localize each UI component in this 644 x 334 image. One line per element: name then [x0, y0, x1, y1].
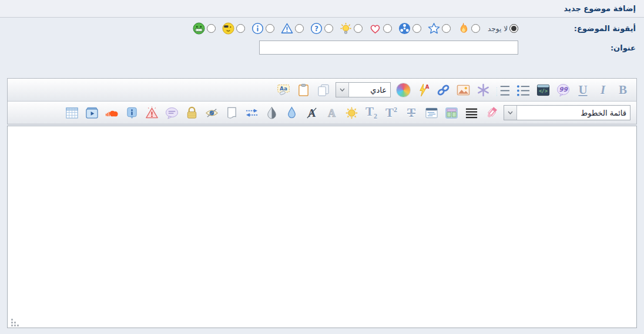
video-button[interactable]	[82, 103, 101, 122]
topic-icon-option-radioactive[interactable]	[398, 22, 421, 35]
asterisk-icon	[477, 83, 490, 97]
topic-icon-option-exclamation[interactable]	[281, 22, 304, 35]
exclamation-icon	[281, 22, 293, 35]
auto-color-button[interactable]: A	[414, 80, 432, 99]
resize-grip-icon[interactable]	[11, 318, 19, 325]
topic-icon-radio-heart[interactable]	[383, 24, 392, 33]
strikethrough-icon: T	[407, 107, 415, 119]
topic-icon-radio-none[interactable]	[509, 24, 518, 33]
layout-table-icon	[445, 106, 458, 120]
page-button[interactable]	[222, 103, 241, 122]
topic-icon-radio-exclamation[interactable]	[295, 24, 304, 33]
topic-icon-option-flame[interactable]	[457, 22, 480, 35]
window-note-button[interactable]	[422, 103, 441, 122]
letter-gray-button[interactable]: A	[322, 103, 341, 122]
svg-text:A: A	[327, 107, 335, 119]
eye-slash-button[interactable]	[202, 103, 221, 122]
highlighter-button[interactable]	[482, 103, 501, 122]
bullet-list-button[interactable]	[514, 80, 532, 99]
quote-icon: 99	[556, 83, 570, 97]
topic-icon-label: أيقونة الموضوع:	[518, 24, 636, 33]
copy-button[interactable]	[314, 80, 333, 99]
topic-icon-option-info[interactable]	[251, 22, 274, 35]
svg-text:99: 99	[559, 86, 568, 93]
topic-icon-radio-lightbulb[interactable]	[354, 24, 363, 33]
numbered-list-icon: 123	[497, 83, 510, 97]
topic-icon-option-none[interactable]: لا يوجد	[487, 24, 518, 33]
superscript-button[interactable]: T2	[382, 103, 401, 122]
subscript-button[interactable]: T2	[362, 103, 381, 122]
topic-icon-option-question[interactable]: ?	[310, 22, 333, 35]
paste-button[interactable]	[294, 80, 313, 99]
droplet-button[interactable]	[282, 103, 301, 122]
letter-slash-icon: A	[305, 106, 318, 120]
svg-text:?: ?	[314, 25, 318, 33]
title-control	[8, 41, 518, 55]
topic-icon-radio-question[interactable]	[324, 24, 333, 33]
topic-icon-option-cool-smiley[interactable]	[222, 22, 245, 35]
grin-smiley-icon	[193, 22, 205, 35]
remove-format-icon: Aa	[277, 83, 290, 97]
info-box-button[interactable]	[122, 103, 141, 122]
topic-icon-option-heart[interactable]	[369, 22, 392, 35]
topic-icon-option-star[interactable]	[428, 22, 451, 35]
color-wheel-button[interactable]	[394, 80, 412, 99]
swap-arrows-button[interactable]	[242, 103, 261, 122]
comment-button[interactable]	[162, 103, 181, 122]
topic-icon-radio-star[interactable]	[442, 24, 451, 33]
asterisk-button[interactable]	[474, 80, 492, 99]
topic-icon-radio-radioactive[interactable]	[412, 24, 421, 33]
numbered-list-button[interactable]: 123	[494, 80, 512, 99]
strikethrough-button[interactable]: T	[402, 103, 421, 122]
remove-format-button[interactable]: Aa	[274, 80, 293, 99]
title-row: عنوان:	[0, 38, 644, 59]
bold-button[interactable]: B	[613, 80, 632, 99]
contrast-button[interactable]	[262, 103, 281, 122]
font-select[interactable]: قائمة الخطوط	[504, 105, 630, 120]
chevron-down-icon	[504, 106, 517, 120]
topic-icon-option-lightbulb[interactable]	[340, 22, 363, 35]
copy-icon	[317, 83, 330, 97]
letter-slash-button[interactable]: A	[302, 103, 321, 122]
lock-button[interactable]	[182, 103, 201, 122]
sun-button[interactable]	[342, 103, 361, 122]
title-input[interactable]	[259, 41, 518, 55]
alert-button[interactable]	[142, 103, 161, 122]
editor-toolbar: BIU99</>123AعاديAa قائمة الخطوطTT2T2AA	[7, 78, 637, 124]
table-button[interactable]	[62, 103, 81, 122]
editor-area	[7, 126, 637, 328]
droplet-icon	[285, 106, 298, 120]
topic-icon-radio-grin-smiley[interactable]	[207, 24, 216, 33]
swap-arrows-icon	[245, 106, 259, 120]
editor-body[interactable]	[8, 126, 636, 328]
italic-button[interactable]: I	[593, 80, 612, 99]
underline-button[interactable]: U	[573, 80, 592, 99]
svg-text:A: A	[425, 83, 429, 89]
heart-icon	[369, 22, 381, 35]
align-button[interactable]	[462, 103, 481, 122]
link-button[interactable]	[434, 80, 452, 99]
topic-icon-radio-info[interactable]	[266, 24, 274, 33]
quote-button[interactable]: 99	[554, 80, 572, 99]
topic-icon-option-grin-smiley[interactable]	[193, 22, 216, 35]
svg-text:Aa: Aa	[280, 86, 287, 92]
code-button[interactable]: </>	[534, 80, 552, 99]
auto-color-icon: A	[417, 83, 430, 97]
topic-icon-row: أيقونة الموضوع: لا يوجد?	[0, 18, 644, 38]
cool-smiley-icon	[222, 22, 234, 35]
no-icon-label: لا يوجد	[488, 25, 508, 33]
topic-icon-radio-flame[interactable]	[471, 24, 480, 33]
soundcloud-button[interactable]	[102, 103, 121, 122]
font-select-value: قائمة الخطوط	[517, 106, 630, 120]
image-button[interactable]	[454, 80, 472, 99]
code-icon: </>	[536, 83, 550, 97]
layout-table-button[interactable]	[442, 103, 461, 122]
highlighter-icon	[485, 106, 498, 120]
lightbulb-icon	[340, 22, 352, 35]
paragraph-style-select[interactable]: عادي	[336, 82, 391, 97]
toolbar-row-1: BIU99</>123AعاديAa	[8, 79, 636, 102]
toolbar-row-2: قائمة الخطوطTT2T2AA	[8, 102, 636, 124]
topic-icon-radio-cool-smiley[interactable]	[236, 24, 245, 33]
link-icon	[437, 83, 450, 97]
image-icon	[457, 83, 470, 97]
